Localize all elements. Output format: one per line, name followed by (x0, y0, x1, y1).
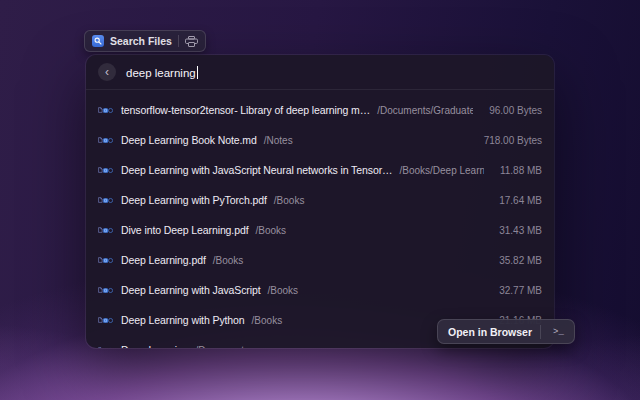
file-icon (98, 103, 113, 118)
result-path: /Notes (264, 135, 293, 146)
result-size: 35.82 MB (499, 255, 542, 266)
result-size: 96.00 Bytes (489, 105, 542, 116)
result-path: /Books (213, 255, 244, 266)
action-divider (540, 325, 541, 339)
open-in-browser-button[interactable]: Open in Browser >_ (437, 319, 575, 344)
result-path: /Books (274, 195, 305, 206)
result-name: tensorflow-tensor2tensor- Library of dee… (121, 104, 370, 116)
result-row[interactable]: Deep Learning with PyTorch.pdf /Books 17… (86, 185, 554, 215)
search-files-app-icon (92, 35, 104, 47)
result-row[interactable]: Deep Learning with JavaScript Neural net… (86, 155, 554, 185)
file-icon (98, 253, 113, 268)
result-size: 31.43 MB (499, 225, 542, 236)
circle-icon (98, 343, 113, 349)
result-path: /Documents (196, 345, 249, 348)
search-bar[interactable]: ‹ deep learning (86, 55, 554, 90)
search-files-badge[interactable]: Search Files (84, 30, 206, 52)
result-name: Deep Learning with Python (121, 314, 245, 326)
badge-label: Search Files (110, 35, 172, 47)
result-path: /Books (252, 315, 283, 326)
result-size: 17.64 MB (499, 195, 542, 206)
text-caret (197, 66, 198, 79)
result-name: Dive into Deep Learning.pdf (121, 224, 248, 236)
result-row[interactable]: Deep Learning with JavaScript /Books 32.… (86, 275, 554, 305)
result-path: /Books (268, 285, 299, 296)
circle-icon (98, 163, 113, 178)
result-row[interactable]: Deep Learning.pdf /Books 35.82 MB (86, 245, 554, 275)
terminal-key-icon: >_ (549, 325, 568, 339)
search-files-panel: ‹ deep learning tensorflow-tensor2tensor… (86, 55, 554, 348)
result-row[interactable]: Dive into Deep Learning.pdf /Books 31.43… (86, 215, 554, 245)
back-button[interactable]: ‹ (98, 63, 116, 81)
result-path: /Books/Deep Learning wi… (399, 165, 484, 176)
search-input[interactable]: deep learning (126, 66, 198, 79)
file-icon (98, 223, 113, 238)
result-path: /Documents/Graduate S… (377, 105, 473, 116)
result-name: Deep Learning with PyTorch.pdf (121, 194, 267, 206)
result-name: Deep Learning.pdf (121, 254, 206, 266)
note-icon (98, 133, 113, 148)
result-name: Deep Learning (121, 344, 189, 348)
result-path: /Books (255, 225, 286, 236)
badge-divider (178, 35, 179, 47)
result-row[interactable]: Deep Learning Book Note.md /Notes 718.00… (86, 125, 554, 155)
file-icon (98, 193, 113, 208)
result-size: 718.00 Bytes (484, 135, 542, 146)
result-name: Deep Learning with JavaScript Neural net… (121, 164, 392, 176)
result-row[interactable]: tensorflow-tensor2tensor- Library of dee… (86, 95, 554, 125)
result-name: Deep Learning with JavaScript (121, 284, 261, 296)
results-list: tensorflow-tensor2tensor- Library of dee… (86, 90, 554, 348)
result-size: 32.77 MB (499, 285, 542, 296)
circle-icon (98, 283, 113, 298)
result-size: 11.88 MB (500, 165, 542, 176)
chevron-left-icon: ‹ (105, 66, 109, 78)
result-name: Deep Learning Book Note.md (121, 134, 257, 146)
circle-icon (98, 313, 113, 328)
printer-icon[interactable] (185, 36, 198, 47)
open-in-browser-label: Open in Browser (448, 326, 532, 338)
